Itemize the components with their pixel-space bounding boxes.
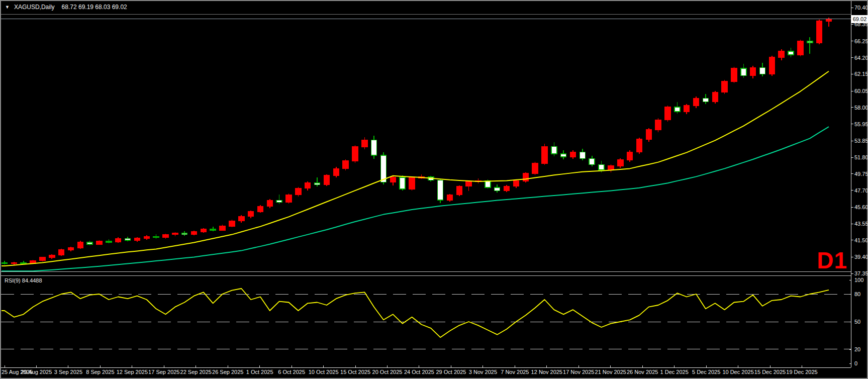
bull-candle-body [191,232,197,235]
date-label: 12 Sep 2025 [117,369,148,375]
bear-candle-body [551,146,557,153]
bull-candle-body [532,163,538,173]
bear-candle-body [741,68,746,75]
bear-candle-body [438,180,443,200]
date-label: 8 Sep 2025 [86,369,114,375]
date-label: 24 Oct 2025 [404,369,434,375]
bull-candle-body [646,130,651,139]
date-label: 17 Sep 2025 [148,369,179,375]
bull-candle-body [712,92,718,102]
chart-plot-area[interactable] [1,15,850,271]
date-label: 10 Dec 2025 [722,369,753,375]
bear-candle-body [315,183,320,184]
bull-candle-body [352,147,358,161]
bull-candle-body [769,57,775,74]
bull-candle-body [333,168,339,175]
price-chart[interactable]: 70.4068.3566.2564.2062.1560.0558.0055.95… [0,0,868,379]
bear-candle-body [125,239,131,240]
date-label: 15 Oct 2025 [340,369,370,375]
symbol-period-label: XAGUSD,Daily [14,4,55,11]
date-label: 29 Aug 2025 [21,369,52,375]
bull-candle-body [618,160,623,166]
date-label: 1 Dec 2025 [660,369,689,375]
bull-candle-body [636,139,642,152]
date-label: 3 Nov 2025 [469,369,497,375]
price-axis-label: 51.80 [854,154,868,160]
bear-candle-body [703,98,708,102]
bear-candle-body [674,107,680,112]
bull-candle-body [134,238,140,240]
price-axis-label: 70.40 [854,5,868,11]
bull-candle-body [826,19,831,21]
bull-candle-body [239,217,244,221]
bear-candle-body [599,164,604,169]
bull-candle-body [523,173,528,181]
bear-candle-body [788,51,794,55]
date-label: 3 Sep 2025 [54,369,82,375]
price-axis-label: 66.25 [854,38,868,44]
bull-candle-body [390,177,396,182]
bull-candle-body [542,146,547,163]
timeframe-watermark: D1 [747,249,847,272]
bull-candle-body [229,221,235,226]
rsi-indicator-label: RSI(9) 84.4488 [5,277,42,283]
bull-candle-body [201,229,206,232]
bear-candle-body [371,140,377,155]
bull-candle-body [116,239,121,242]
date-label: 26 Sep 2025 [212,369,243,375]
symbol-info-bar: ▼XAGUSD,Daily68.72 69.19 68.03 69.02 [5,4,127,11]
date-label: 15 Dec 2025 [754,369,786,375]
price-axis-label: 49.75 [854,171,868,177]
bull-candle-body [456,186,462,195]
bear-candle-body [153,237,159,238]
bull-candle-body [286,195,292,202]
bear-candle-body [400,177,405,189]
date-label: 12 Nov 2025 [531,369,562,375]
dropdown-arrow-icon[interactable]: ▼ [5,5,10,10]
bull-candle-body [11,263,17,264]
price-axis-label: 58.00 [854,105,868,111]
rsi-axis-label: 50 [854,319,860,325]
bull-candle-body [798,41,803,55]
bull-candle-body [694,98,699,105]
price-axis-label: 43.55 [854,221,868,227]
bull-candle-body [570,152,576,157]
bull-candle-body [267,201,272,207]
date-label: 19 Dec 2025 [786,369,817,375]
bull-candle-body [504,186,510,191]
bull-candle-body [144,237,149,238]
bull-candle-body [172,233,178,234]
bear-candle-body [210,229,216,230]
bull-candle-body [447,195,452,200]
price-axis-label: 60.05 [854,88,868,94]
bear-candle-body [495,187,500,191]
time-axis-labels: 25 Aug 202529 Aug 20253 Sep 20258 Sep 20… [2,369,818,375]
bull-candle-body [257,207,263,212]
current-price-tag: 69.02 [851,15,868,23]
bear-candle-body [106,241,112,242]
bear-candle-body [807,41,813,43]
price-axis-label: 62.15 [854,71,868,77]
bear-candle-body [561,154,566,157]
bull-candle-body [220,226,225,230]
date-label: 6 Oct 2025 [278,369,305,375]
bear-candle-body [182,233,187,234]
bull-candle-body [324,175,329,184]
bear-candle-body [2,263,8,264]
bear-candle-body [87,242,92,244]
price-axis-label: 53.85 [854,138,868,144]
bull-candle-body [750,68,756,76]
bull-candle-body [655,120,661,130]
date-label: 1 Oct 2025 [246,369,273,375]
date-label: 10 Oct 2025 [309,369,339,375]
bear-candle-body [580,152,585,159]
bull-candle-body [684,106,690,112]
bull-candle-body [779,51,784,57]
bull-candle-body [817,21,822,43]
bull-candle-body [97,241,102,244]
price-axis-label: 45.60 [854,204,868,210]
date-label: 7 Nov 2025 [501,369,529,375]
bull-candle-body [59,250,64,255]
bull-candle-body [296,188,301,195]
ohlc-values: 68.72 69.19 68.03 69.02 [62,4,127,11]
